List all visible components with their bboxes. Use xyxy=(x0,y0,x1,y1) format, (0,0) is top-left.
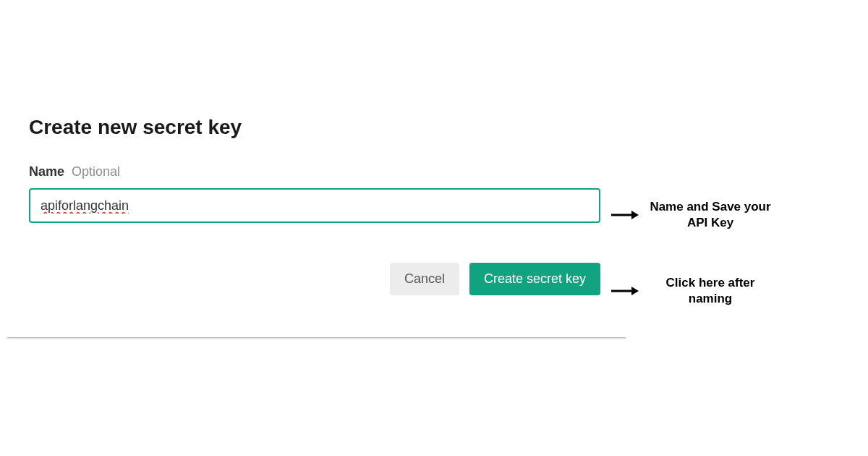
svg-marker-3 xyxy=(631,287,639,295)
svg-marker-1 xyxy=(631,211,639,219)
annotation-button: Click here after naming xyxy=(610,275,772,307)
create-secret-key-dialog: Create new secret key Name Optional Canc… xyxy=(7,94,626,337)
optional-hint: Optional xyxy=(72,164,120,180)
dialog-title: Create new secret key xyxy=(29,116,604,139)
arrow-right-icon xyxy=(610,208,639,221)
annotation-input: Name and Save your API Key xyxy=(610,199,772,231)
arrow-right-icon xyxy=(610,284,639,297)
name-field-label: Name xyxy=(29,164,64,180)
field-label-row: Name Optional xyxy=(29,164,604,180)
annotation-button-text: Click here after naming xyxy=(649,275,772,307)
dialog-bottom-edge xyxy=(7,335,626,338)
cancel-button[interactable]: Cancel xyxy=(390,263,459,295)
dialog-button-row: Cancel Create secret key xyxy=(29,263,600,295)
annotation-input-text: Name and Save your API Key xyxy=(649,199,772,231)
name-input[interactable] xyxy=(29,188,600,223)
create-secret-key-button[interactable]: Create secret key xyxy=(469,263,600,295)
